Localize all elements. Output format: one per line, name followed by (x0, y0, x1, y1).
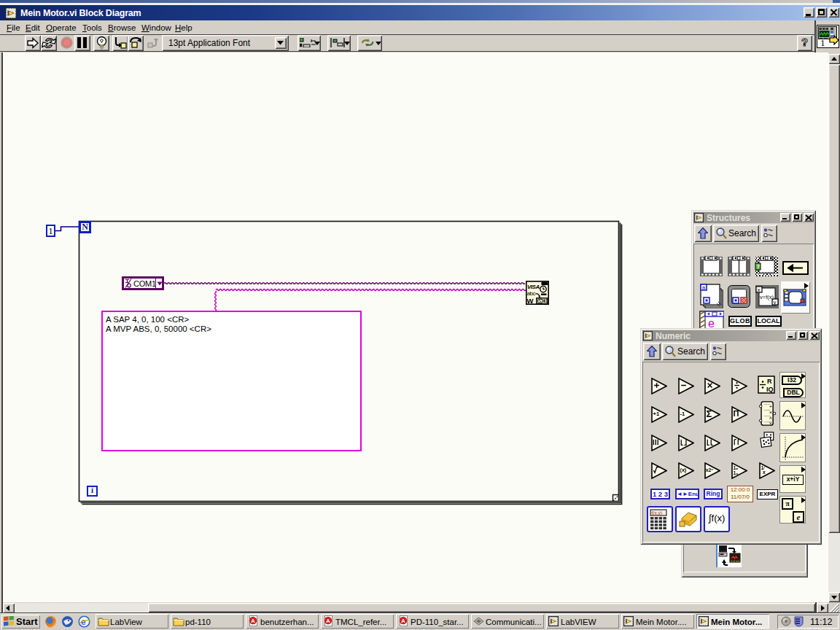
svg-text:×: × (769, 410, 772, 416)
svg-text:R: R (767, 378, 772, 385)
svg-text:?: ? (757, 263, 761, 270)
svg-text:A: A (326, 618, 330, 624)
svg-text:VISA: VISA (527, 284, 540, 290)
svg-text:n: n (702, 285, 705, 290)
svg-text:W: W (527, 297, 534, 305)
svg-text:v: v (774, 299, 777, 306)
svg-text:+: + (769, 404, 772, 410)
svg-text:Π: Π (734, 409, 739, 418)
svg-text:abc: abc (527, 290, 536, 297)
svg-text:-1: -1 (680, 411, 685, 417)
svg-text:+1: +1 (653, 411, 660, 417)
svg-text:1₀: 1₀ (734, 470, 739, 475)
svg-text:Σ: Σ (707, 409, 712, 419)
svg-text:IQ: IQ (766, 386, 774, 393)
svg-text:x: x (758, 287, 761, 293)
svg-text:A: A (251, 618, 255, 624)
svg-text:˅: ˅ (769, 421, 772, 426)
svg-text:f(x,y): f(x,y) (652, 510, 662, 516)
svg-text:(x): (x) (680, 467, 686, 473)
svg-text:x2ⁿ: x2ⁿ (706, 467, 713, 472)
svg-text:A: A (401, 618, 405, 624)
svg-text:v=f(x): v=f(x) (760, 294, 774, 300)
svg-text:x: x (763, 470, 766, 475)
